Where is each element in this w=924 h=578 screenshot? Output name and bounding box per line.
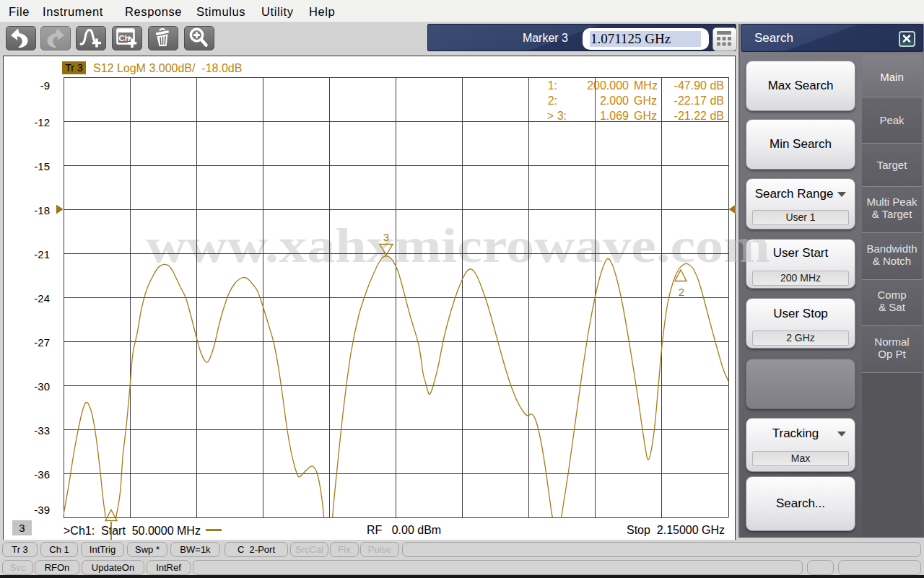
svg-text:3: 3: [383, 231, 389, 243]
svg-text:Ch: Ch: [119, 34, 130, 43]
svg-text:2: 2: [679, 286, 684, 298]
